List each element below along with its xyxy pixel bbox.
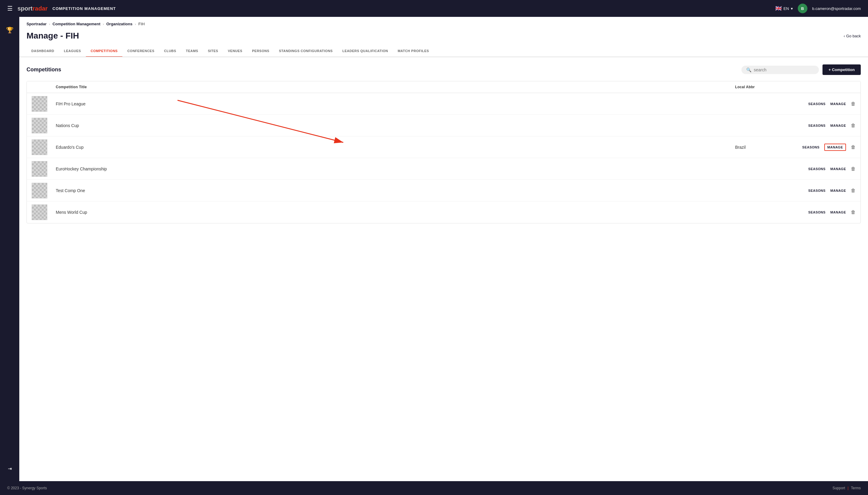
delete-button-6[interactable]: 🗑 bbox=[851, 209, 856, 215]
tab-dashboard[interactable]: DASHBOARD bbox=[27, 46, 59, 57]
delete-button-3[interactable]: 🗑 bbox=[851, 144, 856, 150]
search-bar: 🔍 bbox=[741, 66, 819, 74]
language-selector[interactable]: 🇬🇧 EN ▾ bbox=[775, 5, 793, 12]
tab-sites[interactable]: SITES bbox=[203, 46, 223, 57]
row-actions-5: SEASONS MANAGE 🗑 bbox=[796, 188, 856, 193]
delete-button-2[interactable]: 🗑 bbox=[851, 123, 856, 128]
seasons-link-4[interactable]: SEASONS bbox=[808, 167, 825, 171]
nav-right: 🇬🇧 EN ▾ B b.cameron@sportradar.com bbox=[775, 4, 861, 13]
header-abbr-col: Local Abbr bbox=[735, 85, 796, 89]
sidebar: 🏆 ⇥ bbox=[0, 17, 19, 481]
section-title: Competitions bbox=[27, 67, 61, 73]
page-title: Manage - FIH bbox=[27, 31, 79, 41]
user-email: b.cameron@sportradar.com bbox=[812, 6, 861, 11]
table-row: Eduardo's Cup Brazil SEASONS MANAGE 🗑 bbox=[27, 136, 861, 158]
footer-divider: | bbox=[848, 486, 848, 490]
logo: sportradar bbox=[17, 5, 48, 12]
manage-link-1[interactable]: MANAGE bbox=[830, 102, 846, 106]
top-nav: ☰ sportradar COMPETITION MANAGEMENT 🇬🇧 E… bbox=[0, 0, 868, 17]
chevron-down-icon: ▾ bbox=[791, 6, 793, 11]
manage-link-5[interactable]: MANAGE bbox=[830, 189, 846, 192]
breadcrumb-organizations[interactable]: Organizations bbox=[107, 22, 133, 26]
add-competition-button[interactable]: + Competition bbox=[822, 65, 861, 75]
delete-button-5[interactable]: 🗑 bbox=[851, 188, 856, 193]
search-input[interactable] bbox=[754, 67, 814, 72]
main-content: Sportradar › Competition Management › Or… bbox=[19, 17, 868, 481]
footer: © 2023 - Synergy Sports Support | Terms bbox=[0, 481, 868, 495]
competition-logo-3 bbox=[32, 139, 47, 155]
competition-logo-4 bbox=[32, 161, 47, 177]
tab-leaders-qualification[interactable]: LEADERS QUALIFICATION bbox=[338, 46, 393, 57]
header-actions-col bbox=[796, 85, 856, 89]
table-row: FIH Pro League SEASONS MANAGE 🗑 bbox=[27, 93, 861, 115]
competition-logo-1 bbox=[32, 96, 47, 112]
tab-teams[interactable]: TEAMS bbox=[181, 46, 203, 57]
seasons-link-3[interactable]: SEASONS bbox=[802, 146, 819, 149]
competition-name-3: Eduardo's Cup bbox=[56, 145, 735, 150]
competition-name-5: Test Comp One bbox=[56, 188, 735, 193]
row-actions-2: SEASONS MANAGE 🗑 bbox=[796, 123, 856, 128]
user-avatar: B bbox=[798, 4, 807, 13]
search-icon: 🔍 bbox=[746, 67, 751, 72]
tab-leagues[interactable]: LEAGUES bbox=[59, 46, 86, 57]
trophy-icon[interactable]: 🏆 bbox=[2, 23, 17, 37]
competition-logo-2 bbox=[32, 118, 47, 133]
main-layout: 🏆 ⇥ Sportradar › Competition Management … bbox=[0, 17, 868, 481]
seasons-link-2[interactable]: SEASONS bbox=[808, 124, 825, 127]
breadcrumb-separator-1: › bbox=[49, 22, 50, 26]
tab-clubs[interactable]: CLUBS bbox=[159, 46, 181, 57]
tab-venues[interactable]: VENUES bbox=[223, 46, 247, 57]
breadcrumb-competition-management[interactable]: Competition Management bbox=[52, 22, 100, 26]
row-actions-3: SEASONS MANAGE 🗑 bbox=[796, 143, 856, 151]
seasons-link-1[interactable]: SEASONS bbox=[808, 102, 825, 106]
flag-icon: 🇬🇧 bbox=[775, 5, 782, 12]
table-row: EuroHockey Championship SEASONS MANAGE 🗑 bbox=[27, 158, 861, 180]
delete-button-4[interactable]: 🗑 bbox=[851, 166, 856, 172]
breadcrumb-separator-3: › bbox=[135, 22, 136, 26]
tab-match-profiles[interactable]: MATCH PROFILES bbox=[393, 46, 434, 57]
hamburger-icon[interactable]: ☰ bbox=[7, 5, 13, 12]
tab-competitions[interactable]: COMPETITIONS bbox=[86, 46, 123, 57]
table-row: Mens World Cup SEASONS MANAGE 🗑 bbox=[27, 201, 861, 223]
row-actions-6: SEASONS MANAGE 🗑 bbox=[796, 209, 856, 215]
header-title-col: Competition Title bbox=[56, 85, 735, 89]
footer-links: Support | Terms bbox=[832, 486, 861, 490]
breadcrumb-sportradar[interactable]: Sportradar bbox=[27, 22, 46, 26]
manage-link-6[interactable]: MANAGE bbox=[830, 210, 846, 214]
logout-icon[interactable]: ⇥ bbox=[4, 462, 15, 475]
breadcrumb-fih: FIH bbox=[138, 22, 145, 26]
seasons-link-5[interactable]: SEASONS bbox=[808, 189, 825, 192]
competitions-section: Competitions 🔍 + Competition Competition… bbox=[19, 57, 868, 231]
row-actions-1: SEASONS MANAGE 🗑 bbox=[796, 101, 856, 107]
breadcrumb-separator-2: › bbox=[103, 22, 104, 26]
seasons-link-6[interactable]: SEASONS bbox=[808, 210, 825, 214]
competition-name-4: EuroHockey Championship bbox=[56, 167, 735, 171]
chevron-left-icon: ‹ bbox=[844, 34, 845, 38]
table-row: Nations Cup SEASONS MANAGE 🗑 bbox=[27, 115, 861, 136]
terms-link[interactable]: Terms bbox=[851, 486, 861, 490]
support-link[interactable]: Support bbox=[832, 486, 845, 490]
language-code: EN bbox=[784, 6, 789, 11]
tab-conferences[interactable]: CONFERENCES bbox=[122, 46, 159, 57]
table-row: Test Comp One SEASONS MANAGE 🗑 bbox=[27, 180, 861, 201]
tab-persons[interactable]: PERSONS bbox=[247, 46, 274, 57]
competition-name-2: Nations Cup bbox=[56, 123, 735, 128]
manage-link-2[interactable]: MANAGE bbox=[830, 124, 846, 127]
tab-standings-configurations[interactable]: STANDINGS CONFIGURATIONS bbox=[274, 46, 338, 57]
competition-logo-6 bbox=[32, 204, 47, 220]
footer-copyright: © 2023 - Synergy Sports bbox=[7, 486, 47, 490]
go-back-link[interactable]: ‹ Go back bbox=[844, 34, 861, 38]
tabs-bar: DASHBOARD LEAGUES COMPETITIONS CONFERENC… bbox=[19, 46, 868, 57]
table-header-row: Competition Title Local Abbr bbox=[27, 81, 861, 93]
delete-button-1[interactable]: 🗑 bbox=[851, 101, 856, 107]
manage-link-4[interactable]: MANAGE bbox=[830, 167, 846, 171]
app-title: COMPETITION MANAGEMENT bbox=[52, 6, 116, 11]
competition-abbr-3: Brazil bbox=[735, 145, 796, 150]
row-actions-4: SEASONS MANAGE 🗑 bbox=[796, 166, 856, 172]
competition-logo-5 bbox=[32, 183, 47, 199]
breadcrumb: Sportradar › Competition Management › Or… bbox=[19, 17, 868, 29]
competitions-table: Competition Title Local Abbr FIH Pro Lea… bbox=[27, 81, 861, 223]
page-title-row: Manage - FIH ‹ Go back bbox=[19, 29, 868, 46]
manage-link-3-highlighted[interactable]: MANAGE bbox=[824, 143, 846, 151]
header-image-col bbox=[32, 85, 56, 89]
